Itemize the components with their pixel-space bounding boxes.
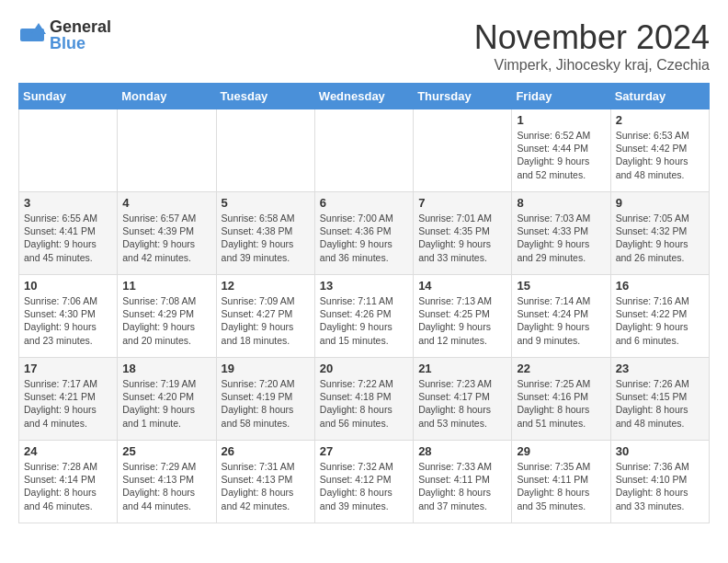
day-info: Sunrise: 7:28 AM Sunset: 4:14 PM Dayligh… [24,460,112,512]
day-cell: 27Sunrise: 7:32 AM Sunset: 4:12 PM Dayli… [314,441,413,523]
day-number: 3 [24,196,112,210]
day-header-saturday: Saturday [610,84,709,109]
day-number: 22 [517,362,605,375]
day-number: 27 [320,444,408,458]
day-cell: 10Sunrise: 7:06 AM Sunset: 4:30 PM Dayli… [19,275,118,358]
day-info: Sunrise: 7:05 AM Sunset: 4:32 PM Dayligh… [616,212,704,264]
day-info: Sunrise: 7:03 AM Sunset: 4:33 PM Dayligh… [517,212,605,264]
day-number: 5 [222,196,310,210]
day-info: Sunrise: 7:23 AM Sunset: 4:17 PM Dayligh… [418,377,506,430]
day-cell: 22Sunrise: 7:25 AM Sunset: 4:16 PM Dayli… [512,358,610,441]
day-number: 10 [24,279,112,293]
day-number: 19 [222,362,310,375]
calendar: SundayMondayTuesdayWednesdayThursdayFrid… [18,83,710,523]
week-row-4: 24Sunrise: 7:28 AM Sunset: 4:14 PM Dayli… [19,441,710,523]
day-info: Sunrise: 7:22 AM Sunset: 4:18 PM Dayligh… [320,377,408,430]
day-info: Sunrise: 7:13 AM Sunset: 4:25 PM Dayligh… [418,294,506,347]
week-row-2: 10Sunrise: 7:06 AM Sunset: 4:30 PM Dayli… [19,275,710,358]
day-number: 24 [24,444,112,458]
day-cell: 25Sunrise: 7:29 AM Sunset: 4:13 PM Dayli… [118,441,216,523]
day-header-tuesday: Tuesday [216,84,314,109]
day-header-wednesday: Wednesday [314,84,413,109]
day-info: Sunrise: 6:52 AM Sunset: 4:44 PM Dayligh… [517,129,605,181]
day-number: 11 [122,279,210,293]
day-number: 28 [418,444,506,458]
day-info: Sunrise: 7:11 AM Sunset: 4:26 PM Dayligh… [320,294,408,347]
day-cell: 9Sunrise: 7:05 AM Sunset: 4:32 PM Daylig… [610,192,709,275]
day-header-sunday: Sunday [19,84,118,109]
day-cell: 28Sunrise: 7:33 AM Sunset: 4:11 PM Dayli… [414,441,512,523]
day-number: 25 [122,444,210,458]
day-cell: 5Sunrise: 6:58 AM Sunset: 4:38 PM Daylig… [216,192,314,275]
day-number: 15 [517,279,605,293]
day-info: Sunrise: 7:09 AM Sunset: 4:27 PM Dayligh… [222,294,310,347]
day-number: 7 [418,196,506,210]
day-info: Sunrise: 6:55 AM Sunset: 4:41 PM Dayligh… [24,212,112,264]
day-number: 8 [517,196,605,210]
day-cell [314,109,413,192]
day-cell: 14Sunrise: 7:13 AM Sunset: 4:25 PM Dayli… [414,275,512,358]
day-cell: 1Sunrise: 6:52 AM Sunset: 4:44 PM Daylig… [512,109,610,192]
day-cell: 3Sunrise: 6:55 AM Sunset: 4:41 PM Daylig… [19,192,118,275]
week-row-1: 3Sunrise: 6:55 AM Sunset: 4:41 PM Daylig… [19,192,710,275]
day-cell: 6Sunrise: 7:00 AM Sunset: 4:36 PM Daylig… [314,192,413,275]
day-number: 29 [517,444,605,458]
page-header: General Blue November 2024 Vimperk, Jiho… [18,18,710,74]
day-number: 21 [418,362,506,375]
day-cell: 19Sunrise: 7:20 AM Sunset: 4:19 PM Dayli… [216,358,314,441]
day-header-monday: Monday [118,84,216,109]
calendar-body: 1Sunrise: 6:52 AM Sunset: 4:44 PM Daylig… [19,109,710,523]
day-cell: 26Sunrise: 7:31 AM Sunset: 4:13 PM Dayli… [216,441,314,523]
day-header-friday: Friday [512,84,610,109]
day-info: Sunrise: 7:19 AM Sunset: 4:20 PM Dayligh… [122,377,210,430]
day-cell: 21Sunrise: 7:23 AM Sunset: 4:17 PM Dayli… [414,358,512,441]
day-info: Sunrise: 6:53 AM Sunset: 4:42 PM Dayligh… [616,129,704,181]
day-cell: 16Sunrise: 7:16 AM Sunset: 4:22 PM Dayli… [610,275,709,358]
week-row-0: 1Sunrise: 6:52 AM Sunset: 4:44 PM Daylig… [19,109,710,192]
day-number: 17 [24,362,112,375]
day-number: 13 [320,279,408,293]
day-cell: 20Sunrise: 7:22 AM Sunset: 4:18 PM Dayli… [314,358,413,441]
day-info: Sunrise: 7:00 AM Sunset: 4:36 PM Dayligh… [320,212,408,264]
day-info: Sunrise: 7:29 AM Sunset: 4:13 PM Dayligh… [122,460,210,512]
day-cell: 29Sunrise: 7:35 AM Sunset: 4:11 PM Dayli… [512,441,610,523]
day-cell: 24Sunrise: 7:28 AM Sunset: 4:14 PM Dayli… [19,441,118,523]
day-cell: 30Sunrise: 7:36 AM Sunset: 4:10 PM Dayli… [610,441,709,523]
calendar-header: SundayMondayTuesdayWednesdayThursdayFrid… [19,84,710,109]
day-number: 6 [320,196,408,210]
day-info: Sunrise: 7:35 AM Sunset: 4:11 PM Dayligh… [517,460,605,512]
day-cell: 15Sunrise: 7:14 AM Sunset: 4:24 PM Dayli… [512,275,610,358]
day-number: 9 [616,196,704,210]
day-info: Sunrise: 6:57 AM Sunset: 4:39 PM Dayligh… [122,212,210,264]
day-info: Sunrise: 7:36 AM Sunset: 4:10 PM Dayligh… [616,460,704,512]
day-cell [414,109,512,192]
day-info: Sunrise: 7:06 AM Sunset: 4:30 PM Dayligh… [24,294,112,347]
day-info: Sunrise: 7:31 AM Sunset: 4:13 PM Dayligh… [222,460,310,512]
day-cell: 23Sunrise: 7:26 AM Sunset: 4:15 PM Dayli… [610,358,709,441]
day-cell: 17Sunrise: 7:17 AM Sunset: 4:21 PM Dayli… [19,358,118,441]
day-cell: 2Sunrise: 6:53 AM Sunset: 4:42 PM Daylig… [610,109,709,192]
day-number: 20 [320,362,408,375]
day-number: 23 [616,362,704,375]
day-info: Sunrise: 7:25 AM Sunset: 4:16 PM Dayligh… [517,377,605,430]
day-info: Sunrise: 7:32 AM Sunset: 4:12 PM Dayligh… [320,460,408,512]
day-info: Sunrise: 7:16 AM Sunset: 4:22 PM Dayligh… [616,294,704,347]
day-number: 26 [222,444,310,458]
logo: General Blue [18,18,111,52]
day-info: Sunrise: 7:20 AM Sunset: 4:19 PM Dayligh… [222,377,310,430]
logo-icon [18,21,46,49]
day-info: Sunrise: 7:14 AM Sunset: 4:24 PM Dayligh… [517,294,605,347]
day-cell: 18Sunrise: 7:19 AM Sunset: 4:20 PM Dayli… [118,358,216,441]
day-number: 18 [122,362,210,375]
header-row: SundayMondayTuesdayWednesdayThursdayFrid… [19,84,710,109]
day-cell: 8Sunrise: 7:03 AM Sunset: 4:33 PM Daylig… [512,192,610,275]
title-area: November 2024 Vimperk, Jihocesky kraj, C… [474,18,710,74]
day-number: 2 [616,113,704,127]
day-number: 14 [418,279,506,293]
logo-text: General Blue [50,18,111,52]
week-row-3: 17Sunrise: 7:17 AM Sunset: 4:21 PM Dayli… [19,358,710,441]
day-number: 30 [616,444,704,458]
day-cell [19,109,118,192]
day-info: Sunrise: 7:01 AM Sunset: 4:35 PM Dayligh… [418,212,506,264]
day-info: Sunrise: 7:17 AM Sunset: 4:21 PM Dayligh… [24,377,112,430]
